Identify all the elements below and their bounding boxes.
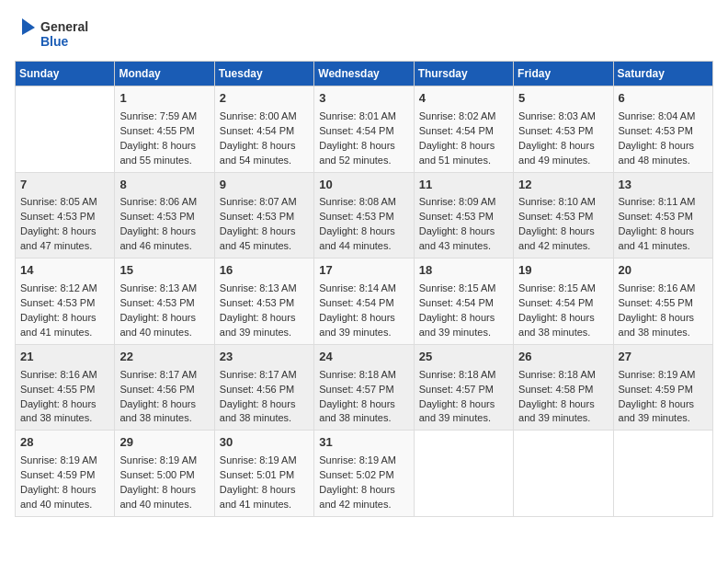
calendar-cell: 12Sunrise: 8:10 AMSunset: 4:53 PMDayligh…: [514, 172, 613, 259]
day-number: 1: [119, 90, 209, 108]
calendar-cell: 28Sunrise: 8:19 AMSunset: 4:59 PMDayligh…: [16, 431, 115, 517]
sunset-text: Sunset: 4:59 PM: [619, 384, 693, 395]
sunset-text: Sunset: 4:53 PM: [319, 211, 393, 222]
sunset-text: Sunset: 4:57 PM: [419, 384, 494, 395]
sunrise-text: Sunrise: 8:03 AM: [518, 110, 596, 121]
daylight-text: Daylight: 8 hours and 40 minutes.: [20, 484, 97, 510]
calendar-cell: 26Sunrise: 8:18 AMSunset: 4:58 PMDayligh…: [514, 344, 613, 431]
calendar-cell: [514, 431, 613, 517]
calendar-cell: 10Sunrise: 8:08 AMSunset: 4:53 PMDayligh…: [314, 172, 414, 259]
calendar-cell: 20Sunrise: 8:16 AMSunset: 4:55 PMDayligh…: [613, 259, 712, 345]
col-header-monday: Monday: [115, 62, 214, 86]
day-number: 29: [119, 434, 209, 452]
sunset-text: Sunset: 4:54 PM: [419, 125, 494, 136]
svg-marker-0: [22, 18, 35, 35]
calendar-cell: 7Sunrise: 8:05 AMSunset: 4:53 PMDaylight…: [16, 172, 115, 259]
sunrise-text: Sunrise: 8:15 AM: [518, 282, 596, 293]
col-header-friday: Friday: [514, 62, 613, 86]
sunrise-text: Sunrise: 8:01 AM: [319, 110, 396, 121]
sunset-text: Sunset: 5:02 PM: [319, 469, 393, 480]
day-number: 31: [319, 434, 408, 452]
col-header-wednesday: Wednesday: [314, 62, 414, 86]
sunrise-text: Sunrise: 8:18 AM: [319, 369, 396, 380]
sunrise-text: Sunrise: 8:18 AM: [419, 369, 496, 380]
calendar-cell: 2Sunrise: 8:00 AMSunset: 4:54 PMDaylight…: [214, 86, 313, 173]
day-number: 20: [619, 262, 708, 280]
col-header-saturday: Saturday: [613, 62, 712, 86]
sunrise-text: Sunrise: 8:17 AM: [119, 369, 197, 380]
col-header-tuesday: Tuesday: [214, 62, 313, 86]
sunrise-text: Sunrise: 8:19 AM: [220, 454, 297, 465]
calendar-cell: [613, 431, 712, 517]
calendar-cell: 27Sunrise: 8:19 AMSunset: 4:59 PMDayligh…: [613, 344, 712, 431]
calendar-cell: 14Sunrise: 8:12 AMSunset: 4:53 PMDayligh…: [16, 259, 115, 345]
calendar-cell: 15Sunrise: 8:13 AMSunset: 4:53 PMDayligh…: [115, 259, 214, 345]
day-number: 16: [220, 262, 309, 280]
sunrise-text: Sunrise: 8:08 AM: [319, 196, 396, 207]
daylight-text: Daylight: 8 hours and 47 minutes.: [20, 225, 97, 251]
daylight-text: Daylight: 8 hours and 48 minutes.: [619, 140, 695, 166]
sunset-text: Sunset: 4:53 PM: [119, 297, 194, 308]
sunset-text: Sunset: 4:53 PM: [619, 211, 693, 222]
sunrise-text: Sunrise: 8:02 AM: [419, 110, 496, 121]
calendar-cell: 25Sunrise: 8:18 AMSunset: 4:57 PMDayligh…: [414, 344, 513, 431]
sunrise-text: Sunrise: 8:19 AM: [319, 454, 396, 465]
day-number: 12: [518, 177, 608, 194]
sunrise-text: Sunrise: 8:16 AM: [619, 282, 696, 293]
calendar-cell: 9Sunrise: 8:07 AMSunset: 4:53 PMDaylight…: [214, 172, 313, 259]
sunset-text: Sunset: 4:53 PM: [518, 125, 593, 136]
day-number: 2: [220, 90, 309, 108]
calendar-cell: 3Sunrise: 8:01 AMSunset: 4:54 PMDaylight…: [314, 86, 414, 173]
sunrise-text: Sunrise: 8:13 AM: [220, 282, 297, 293]
calendar-cell: 30Sunrise: 8:19 AMSunset: 5:01 PMDayligh…: [214, 431, 313, 517]
sunset-text: Sunset: 4:53 PM: [619, 125, 693, 136]
sunset-text: Sunset: 4:59 PM: [20, 469, 95, 480]
daylight-text: Daylight: 8 hours and 43 minutes.: [419, 225, 495, 251]
daylight-text: Daylight: 8 hours and 55 minutes.: [119, 140, 196, 166]
daylight-text: Daylight: 8 hours and 40 minutes.: [119, 484, 196, 510]
calendar-cell: [16, 86, 115, 173]
sunrise-text: Sunrise: 8:11 AM: [619, 196, 696, 207]
sunset-text: Sunset: 4:56 PM: [220, 384, 294, 395]
calendar-table: SundayMondayTuesdayWednesdayThursdayFrid…: [15, 61, 713, 517]
sunset-text: Sunset: 4:55 PM: [119, 125, 194, 136]
day-number: 25: [419, 349, 508, 366]
daylight-text: Daylight: 8 hours and 38 minutes.: [20, 398, 97, 424]
sunrise-text: Sunrise: 8:13 AM: [119, 282, 197, 293]
calendar-cell: [414, 431, 513, 517]
sunset-text: Sunset: 4:54 PM: [319, 125, 393, 136]
sunrise-text: Sunrise: 8:14 AM: [319, 282, 396, 293]
daylight-text: Daylight: 8 hours and 49 minutes.: [518, 140, 595, 166]
sunset-text: Sunset: 4:53 PM: [119, 211, 194, 222]
day-number: 11: [419, 177, 508, 194]
calendar-cell: 1Sunrise: 7:59 AMSunset: 4:55 PMDaylight…: [115, 86, 214, 173]
day-number: 23: [220, 349, 309, 366]
day-number: 10: [319, 177, 408, 194]
sunset-text: Sunset: 4:53 PM: [20, 211, 95, 222]
day-number: 13: [619, 177, 708, 194]
day-number: 21: [20, 349, 109, 366]
svg-text:General: General: [40, 19, 88, 34]
calendar-cell: 5Sunrise: 8:03 AMSunset: 4:53 PMDaylight…: [514, 86, 613, 173]
calendar-cell: 17Sunrise: 8:14 AMSunset: 4:54 PMDayligh…: [314, 259, 414, 345]
daylight-text: Daylight: 8 hours and 39 minutes.: [419, 312, 495, 338]
sunrise-text: Sunrise: 8:19 AM: [619, 369, 696, 380]
daylight-text: Daylight: 8 hours and 41 minutes.: [20, 312, 97, 338]
daylight-text: Daylight: 8 hours and 39 minutes.: [518, 398, 595, 424]
calendar-cell: 31Sunrise: 8:19 AMSunset: 5:02 PMDayligh…: [314, 431, 414, 517]
sunrise-text: Sunrise: 8:05 AM: [20, 196, 97, 207]
day-number: 24: [319, 349, 408, 366]
day-number: 8: [119, 177, 209, 194]
daylight-text: Daylight: 8 hours and 39 minutes.: [619, 398, 695, 424]
day-number: 17: [319, 262, 408, 280]
daylight-text: Daylight: 8 hours and 44 minutes.: [319, 225, 395, 251]
sunset-text: Sunset: 4:56 PM: [119, 384, 194, 395]
day-number: 3: [319, 90, 408, 108]
sunset-text: Sunset: 4:53 PM: [419, 211, 494, 222]
sunset-text: Sunset: 4:54 PM: [518, 297, 593, 308]
sunset-text: Sunset: 4:53 PM: [20, 297, 95, 308]
sunrise-text: Sunrise: 8:06 AM: [119, 196, 197, 207]
page-header: GeneralBlue: [15, 15, 713, 52]
calendar-cell: 29Sunrise: 8:19 AMSunset: 5:00 PMDayligh…: [115, 431, 214, 517]
daylight-text: Daylight: 8 hours and 46 minutes.: [119, 225, 196, 251]
